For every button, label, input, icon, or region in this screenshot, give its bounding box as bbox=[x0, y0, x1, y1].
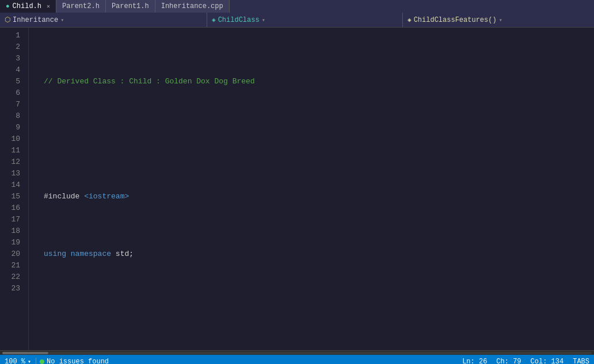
code-include: #include bbox=[44, 191, 84, 202]
issues-text: No issues found bbox=[47, 358, 109, 364]
line-num-15: 15 bbox=[0, 191, 24, 202]
class-name: ChildClass bbox=[218, 16, 260, 24]
tab-label: Parent1.h bbox=[112, 2, 149, 10]
code-line-1: // Derived Class : Child : Golden Dox Do… bbox=[36, 76, 594, 87]
line-num-18: 18 bbox=[0, 225, 24, 237]
line-num-4: 4 bbox=[0, 64, 24, 76]
code-area[interactable]: // Derived Class : Child : Golden Dox Do… bbox=[29, 28, 594, 350]
breadcrumb-method[interactable]: ◈ ChildClassFeatures() ▾ bbox=[403, 13, 594, 27]
line-num-6: 6 bbox=[0, 87, 24, 99]
line-num-7: 7 bbox=[0, 99, 24, 110]
code-line-2 bbox=[36, 133, 594, 145]
tab-label: Inheritance.cpp bbox=[161, 2, 223, 10]
code-line-5 bbox=[36, 306, 594, 317]
status-ln: Ln: 26 bbox=[462, 358, 487, 364]
breadcrumb-dropdown-icon[interactable]: ▾ bbox=[60, 17, 64, 24]
tab-parent1-h[interactable]: Parent1.h bbox=[106, 0, 155, 13]
class-dropdown-icon[interactable]: ▾ bbox=[262, 17, 265, 24]
zoom-level[interactable]: 100 % ▾ bbox=[5, 358, 36, 364]
breadcrumb-class[interactable]: ◈ ChildClass ▾ bbox=[207, 13, 403, 27]
line-num-3: 3 bbox=[0, 53, 24, 64]
line-num-1: 1 bbox=[0, 30, 24, 41]
scroll-track[interactable] bbox=[2, 352, 592, 354]
line-num-8: 8 bbox=[0, 110, 24, 122]
line-num-19: 19 bbox=[0, 237, 24, 248]
tab-inheritance-cpp[interactable]: Inheritance.cpp bbox=[155, 0, 230, 13]
line-num-9: 9 bbox=[0, 122, 24, 133]
toolbar: ⬡ Inheritance ▾ ◈ ChildClass ▾ ◈ ChildCl… bbox=[0, 13, 594, 28]
line-num-21: 21 bbox=[0, 260, 24, 271]
issues-dot-icon bbox=[40, 359, 44, 364]
zoom-text: 100 % bbox=[5, 358, 25, 364]
status-right: Ln: 26 Ch: 79 Col: 134 TABS bbox=[462, 358, 589, 364]
project-name: Inheritance bbox=[13, 16, 58, 24]
line-numbers: 1 2 3 4 5 6 7 8 9 10 11 12 13 14 15 16 1… bbox=[0, 28, 29, 350]
line-num-14: 14 bbox=[0, 179, 24, 191]
line-num-23: 23 bbox=[0, 283, 24, 294]
project-icon: ⬡ bbox=[5, 16, 10, 24]
code-iostream: <iostream> bbox=[84, 191, 129, 202]
tab-parent2-h[interactable]: Parent2.h bbox=[56, 0, 106, 13]
code-line-4: using namespace std; bbox=[36, 248, 594, 260]
scroll-thumb[interactable] bbox=[2, 352, 48, 354]
tab-close-icon[interactable]: ✕ bbox=[47, 3, 50, 10]
status-ch: Ch: 79 bbox=[496, 358, 521, 364]
breadcrumb-project[interactable]: ⬡ Inheritance ▾ bbox=[0, 13, 207, 27]
code-using: using bbox=[44, 248, 71, 260]
code-namespace-kw: namespace bbox=[71, 248, 116, 260]
tab-label: Parent2.h bbox=[62, 2, 100, 10]
line-num-22: 22 bbox=[0, 271, 24, 283]
line-num-13: 13 bbox=[0, 168, 24, 179]
line-num-5: 5 bbox=[0, 76, 24, 87]
code-std: std; bbox=[116, 248, 134, 260]
horizontal-scrollbar[interactable] bbox=[0, 350, 594, 355]
tab-bar: ● Child.h ✕ Parent2.h Parent1.h Inherita… bbox=[0, 0, 594, 13]
tab-label: Child.h bbox=[13, 2, 41, 10]
tab-child-h[interactable]: ● Child.h ✕ bbox=[0, 0, 56, 13]
issues-indicator[interactable]: No issues found bbox=[40, 358, 109, 364]
line-num-20: 20 bbox=[0, 248, 24, 260]
line-num-12: 12 bbox=[0, 156, 24, 168]
line-num-17: 17 bbox=[0, 214, 24, 225]
method-name: ChildClassFeatures() bbox=[414, 16, 497, 24]
line-num-16: 16 bbox=[0, 202, 24, 214]
line-num-11: 11 bbox=[0, 145, 24, 156]
status-bar: 100 % ▾ No issues found Ln: 26 Ch: 79 Co… bbox=[0, 355, 594, 364]
code-comment-1: // Derived Class : Child : Golden Dox Do… bbox=[44, 76, 255, 87]
method-dropdown-icon[interactable]: ▾ bbox=[499, 17, 502, 24]
editor: 1 2 3 4 5 6 7 8 9 10 11 12 13 14 15 16 1… bbox=[0, 28, 594, 350]
status-left: 100 % ▾ No issues found bbox=[5, 358, 109, 364]
zoom-arrow: ▾ bbox=[28, 358, 31, 364]
status-col: Col: 134 bbox=[531, 358, 564, 364]
code-line-3: #include <iostream> bbox=[36, 191, 594, 202]
class-icon: ◈ bbox=[212, 16, 216, 24]
line-num-2: 2 bbox=[0, 41, 24, 53]
tab-icon: ● bbox=[6, 3, 10, 10]
method-icon: ◈ bbox=[408, 16, 412, 24]
line-num-10: 10 bbox=[0, 133, 24, 145]
status-tabs[interactable]: TABS bbox=[573, 358, 589, 364]
